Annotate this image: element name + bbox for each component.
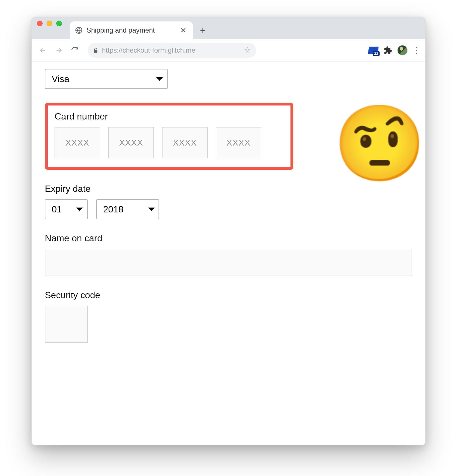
page-content: Visa Card number 🤨 Expiry date <box>32 61 425 357</box>
raised-eyebrow-emoji: 🤨 <box>333 106 426 180</box>
card-type-group: Visa <box>45 69 412 89</box>
expiry-group: Expiry date 01 2018 <box>45 184 412 219</box>
name-on-card-input[interactable] <box>45 249 412 276</box>
fullscreen-window-button[interactable] <box>56 21 62 26</box>
security-code-input[interactable] <box>45 306 88 343</box>
extension-tab-manager[interactable]: 33 <box>368 45 378 55</box>
close-window-button[interactable] <box>37 21 43 26</box>
back-button[interactable] <box>37 44 49 56</box>
extensions-icon[interactable] <box>384 46 392 55</box>
profile-avatar[interactable] <box>397 45 408 55</box>
card-type-select[interactable]: Visa <box>45 69 168 89</box>
browser-window: Shipping and payment ✕ + https://checkou… <box>31 17 426 445</box>
bookmark-star-icon[interactable]: ☆ <box>244 45 251 55</box>
name-on-card-label: Name on card <box>45 233 412 244</box>
card-number-segment-1[interactable] <box>55 127 100 158</box>
annotation-highlight: Card number <box>45 103 293 170</box>
expiry-year-select[interactable]: 2018 <box>96 199 159 219</box>
expiry-month-select[interactable]: 01 <box>45 199 88 219</box>
minimize-window-button[interactable] <box>47 21 52 26</box>
url-text: https://checkout-form.glitch.me <box>102 46 195 54</box>
card-number-label: Card number <box>55 111 284 122</box>
toolbar-right: 33 ⋮ <box>368 45 420 55</box>
card-number-segment-4[interactable] <box>216 127 261 158</box>
tab-title: Shipping and payment <box>87 26 175 34</box>
card-number-segment-3[interactable] <box>162 127 208 158</box>
new-tab-button[interactable]: + <box>196 23 210 37</box>
expiry-label: Expiry date <box>45 184 412 194</box>
tab-strip: Shipping and payment ✕ + <box>32 17 425 39</box>
browser-tab[interactable]: Shipping and payment ✕ <box>70 21 193 39</box>
card-number-group: Card number 🤨 <box>45 103 412 170</box>
menu-button[interactable]: ⋮ <box>413 45 420 55</box>
address-bar[interactable]: https://checkout-form.glitch.me ☆ <box>88 43 256 58</box>
globe-icon <box>75 27 83 34</box>
reload-button[interactable] <box>69 44 81 56</box>
browser-toolbar: https://checkout-form.glitch.me ☆ 33 ⋮ <box>32 39 425 61</box>
card-number-segment-2[interactable] <box>108 127 154 158</box>
arrow-left-icon <box>39 46 47 54</box>
card-number-inputs <box>55 127 284 158</box>
security-code-group: Security code <box>45 290 412 343</box>
name-on-card-group: Name on card <box>45 233 412 276</box>
close-tab-icon[interactable]: ✕ <box>179 25 188 35</box>
arrow-right-icon <box>55 46 63 54</box>
forward-button[interactable] <box>53 44 65 56</box>
reload-icon <box>71 46 79 54</box>
security-code-label: Security code <box>45 290 412 300</box>
lock-icon <box>93 47 99 53</box>
window-controls <box>37 17 62 39</box>
extension-badge: 33 <box>373 51 380 56</box>
